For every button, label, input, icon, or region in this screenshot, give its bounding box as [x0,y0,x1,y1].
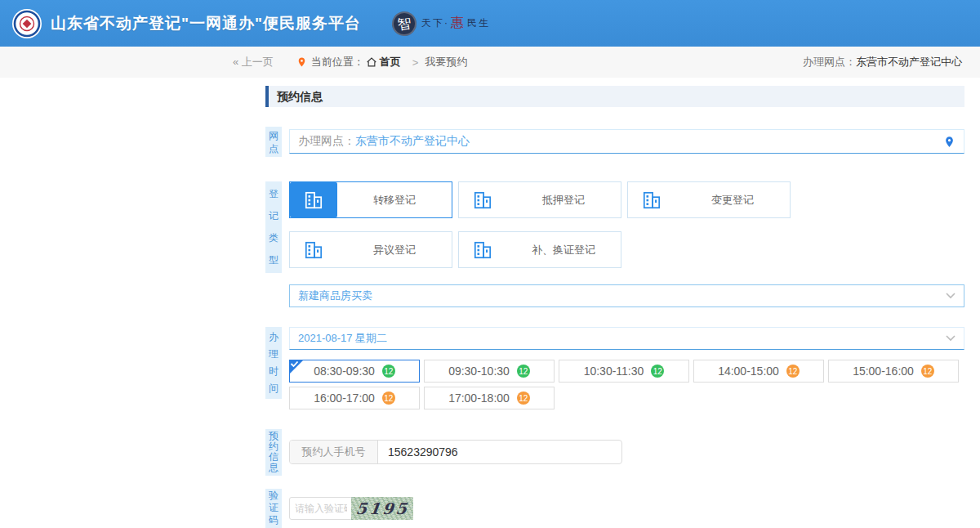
slogan-tail: 民生 [467,16,490,30]
breadcrumb-bar: « 上一页 当前位置： 首页 > 我要预约 办理网点：东营市不动产登记中心 [0,47,980,78]
slot-count-badge: 12 [517,365,530,378]
time-slot[interactable]: 16:00-17:00 12 [289,387,420,409]
slogan-mid: 天下· [421,16,449,30]
selected-check-icon [289,360,304,374]
slogan-hui: 惠 [451,15,466,32]
registration-type-buttons: 转移登记 [289,181,964,281]
back-link[interactable]: « 上一页 [233,55,274,69]
time-slot-label: 16:00-17:00 [314,392,375,405]
time-slot-label: 17:00-18:00 [448,392,510,405]
contact-row: 预约信息 预约人手机号 [265,429,964,476]
outlet-vertical-label: 网点 [265,127,282,157]
time-slot[interactable]: 14:00-15:00 12 [693,360,824,383]
captcha-vertical-label: 验证码 [265,489,282,528]
breadcrumb-separator: > [412,56,419,69]
section-title: 预约信息 [265,86,964,107]
time-slot-label: 10:30-11:30 [584,365,644,378]
time-slot-label: 09:30-10:30 [448,365,510,378]
chevron-down-icon [946,293,956,299]
time-slot-list: 08:30-09:30 12 09:30-10:30 12 [289,360,964,409]
breadcrumb-current-page: 我要预约 [425,55,467,69]
registration-type-button[interactable]: 抵押登记 [458,181,621,218]
captcha-line: 5195 [289,497,964,520]
building-icon [290,182,337,217]
phone-input-group: 预约人手机号 [289,440,622,464]
registration-type-label: 抵押登记 [506,182,621,217]
slot-count-badge: 12 [517,392,530,405]
registration-type-button[interactable]: 异议登记 [289,231,452,268]
time-slot-label: 14:00-15:00 [718,365,779,378]
captcha-image[interactable]: 5195 [351,497,413,520]
date-value: 2021-08-17 星期二 [298,331,387,346]
appointment-form: 预约信息 网点 办理网点： 东营市不动产登记中心 登记类型 [265,86,964,528]
subtype-select[interactable]: 新建商品房买卖 [289,284,964,307]
location-pin-icon [296,56,307,69]
current-outlet: 办理网点：东营市不动产登记中心 [803,55,962,69]
slot-count-badge: 12 [382,365,395,378]
captcha-input[interactable] [289,497,353,520]
outlet-field-value: 东营市不动产登记中心 [355,134,470,149]
time-slot[interactable]: 08:30-09:30 12 [289,360,420,383]
building-icon [290,232,337,267]
registration-type-row: 登记类型 [265,181,964,307]
building-icon [459,232,506,267]
outlet-row: 网点 办理网点： 东营市不动产登记中心 [265,127,964,157]
outlet-field-label: 办理网点： [298,134,355,149]
registration-type-button[interactable]: 补、换证登记 [458,231,621,268]
slot-count-badge: 12 [786,365,800,378]
phone-input[interactable] [378,441,621,463]
captcha-code: 5195 [354,499,409,517]
registration-type-button[interactable]: 转移登记 [289,181,452,218]
time-vertical-label: 办理时间 [265,327,282,399]
slogan-seal-icon: 智 [390,10,418,38]
time-slot[interactable]: 09:30-10:30 12 [424,360,555,383]
registration-type-label: 变更登记 [675,182,790,217]
building-icon [459,182,506,217]
contact-vertical-label: 预约信息 [265,429,282,476]
outlet-value: 东营市不动产登记中心 [856,56,962,68]
slogan: 智 天下·惠民生 [392,11,490,36]
registration-type-label: 异议登记 [337,232,452,267]
site-title: 山东省不动产登记"一网通办"便民服务平台 [51,13,361,34]
time-row: 办理时间 2021-08-17 星期二 08:30-09:30 12 [265,327,964,409]
time-slot[interactable]: 17:00-18:00 12 [424,387,555,409]
outlet-field[interactable]: 办理网点： 东营市不动产登记中心 [289,129,964,154]
registration-type-label: 转移登记 [337,182,452,217]
date-select[interactable]: 2021-08-17 星期二 [289,327,964,350]
site-logo-icon [11,8,42,39]
outlet-label: 办理网点： [803,56,856,68]
time-slot[interactable]: 10:30-11:30 12 [559,360,689,383]
phone-label: 预约人手机号 [290,441,378,463]
registration-type-button[interactable]: 变更登记 [627,181,791,218]
app-header: 山东省不动产登记"一网通办"便民服务平台 智 天下·惠民生 [0,0,980,47]
time-slot-label: 15:00-16:00 [853,365,914,378]
home-icon [366,56,377,68]
subtype-value: 新建商品房买卖 [298,289,372,303]
slot-count-badge: 12 [921,365,934,378]
current-location-label: 当前位置： [311,55,364,69]
map-pin-icon[interactable] [943,135,956,149]
captcha-row: 验证码 5195 [265,489,964,528]
building-icon [628,182,675,217]
registration-type-label: 补、换证登记 [506,232,621,267]
slot-count-badge: 12 [382,392,395,405]
chevron-down-icon [946,335,956,342]
time-slot-label: 08:30-09:30 [314,365,375,378]
slot-count-badge: 12 [651,365,664,378]
time-slot[interactable]: 15:00-16:00 12 [828,360,959,383]
registration-type-vertical-label: 登记类型 [265,181,282,273]
breadcrumb-home-link[interactable]: 首页 [366,55,401,69]
